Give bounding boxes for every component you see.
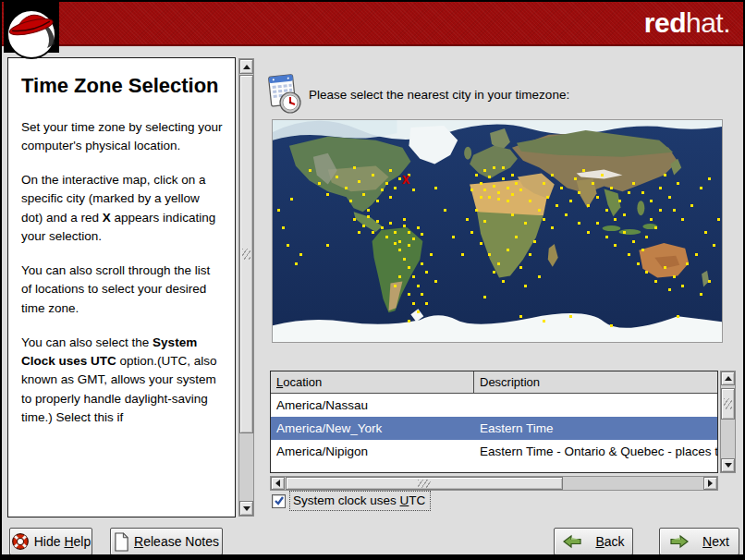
city-dot[interactable] bbox=[556, 204, 558, 207]
city-dot[interactable] bbox=[614, 244, 617, 247]
scroll-right-button[interactable] bbox=[703, 477, 717, 490]
city-dot[interactable] bbox=[475, 174, 478, 177]
city-dot[interactable] bbox=[417, 310, 420, 313]
city-dot[interactable] bbox=[488, 196, 491, 199]
city-dot[interactable] bbox=[502, 177, 505, 180]
city-dot[interactable] bbox=[524, 222, 527, 225]
city-dot[interactable] bbox=[681, 285, 684, 287]
cell-location[interactable]: America/Nipigon bbox=[271, 440, 474, 463]
city-dot[interactable] bbox=[668, 288, 671, 291]
hide-help-button[interactable]: Hide Help bbox=[9, 528, 92, 555]
help-scrollbar[interactable] bbox=[238, 58, 254, 517]
city-dot[interactable] bbox=[654, 226, 657, 229]
table-row[interactable]: America/New_YorkEastern Time bbox=[271, 417, 717, 440]
city-dot[interactable] bbox=[610, 324, 613, 327]
city-dot[interactable] bbox=[596, 196, 599, 199]
cell-location[interactable]: America/New_York bbox=[271, 417, 474, 440]
back-button[interactable]: Back bbox=[554, 528, 633, 555]
city-dot[interactable] bbox=[605, 236, 608, 238]
city-dot[interactable] bbox=[403, 225, 406, 227]
city-dot[interactable] bbox=[587, 204, 590, 207]
city-dot[interactable] bbox=[502, 280, 505, 283]
city-dot[interactable] bbox=[664, 174, 666, 177]
column-header-location[interactable]: Location bbox=[271, 371, 474, 393]
city-dot[interactable] bbox=[519, 266, 522, 269]
city-dot[interactable] bbox=[546, 196, 549, 199]
city-dot[interactable] bbox=[551, 226, 554, 229]
city-dot[interactable] bbox=[403, 218, 406, 221]
city-dot[interactable] bbox=[488, 176, 491, 178]
city-dot[interactable] bbox=[645, 271, 648, 274]
city-dot[interactable] bbox=[417, 285, 420, 287]
city-dot[interactable] bbox=[708, 280, 711, 283]
city-dot[interactable] bbox=[372, 174, 374, 177]
city-dot[interactable] bbox=[389, 222, 392, 225]
city-dot[interactable] bbox=[519, 189, 522, 191]
city-dot[interactable] bbox=[475, 209, 478, 212]
city-dot[interactable] bbox=[398, 240, 401, 243]
city-dot[interactable] bbox=[381, 189, 384, 191]
city-dot[interactable] bbox=[610, 187, 613, 189]
cell-description[interactable]: Eastern Time - Ontario & Quebec - places… bbox=[474, 440, 717, 463]
city-dot[interactable] bbox=[290, 198, 293, 201]
city-dot[interactable] bbox=[632, 182, 635, 185]
city-dot[interactable] bbox=[708, 177, 711, 180]
city-dot[interactable] bbox=[389, 169, 392, 172]
city-dot[interactable] bbox=[408, 266, 410, 269]
scroll-up-button[interactable] bbox=[721, 371, 735, 385]
city-dot[interactable] bbox=[511, 213, 514, 216]
utc-checkbox-label[interactable]: System clock uses UTC bbox=[289, 491, 431, 511]
city-dot[interactable] bbox=[381, 226, 384, 229]
city-dot[interactable] bbox=[659, 187, 662, 189]
city-dot[interactable] bbox=[628, 191, 630, 194]
city-dot[interactable] bbox=[524, 285, 527, 287]
city-dot[interactable] bbox=[483, 189, 486, 191]
city-dot[interactable] bbox=[376, 200, 379, 202]
city-dot[interactable] bbox=[461, 253, 464, 256]
city-dot[interactable] bbox=[408, 231, 410, 234]
city-dot[interactable] bbox=[394, 187, 397, 189]
city-dot[interactable] bbox=[417, 226, 420, 229]
table-vertical-scrollbar[interactable] bbox=[720, 371, 736, 473]
city-dot[interactable] bbox=[493, 271, 495, 274]
city-dot[interactable] bbox=[372, 231, 374, 234]
city-dot[interactable] bbox=[412, 302, 415, 305]
city-dot[interactable] bbox=[543, 182, 545, 185]
city-dot[interactable] bbox=[353, 218, 356, 221]
city-dot[interactable] bbox=[529, 200, 531, 202]
city-dot[interactable] bbox=[398, 177, 401, 180]
city-dot[interactable] bbox=[326, 193, 329, 196]
release-notes-button[interactable]: Release Notes bbox=[110, 528, 223, 555]
scroll-up-button[interactable] bbox=[239, 59, 253, 74]
city-dot[interactable] bbox=[673, 275, 676, 278]
cell-location[interactable]: America/Nassau bbox=[271, 394, 474, 417]
city-dot[interactable] bbox=[511, 174, 514, 177]
city-dot[interactable] bbox=[367, 215, 370, 218]
city-dot[interactable] bbox=[318, 182, 321, 185]
city-dot[interactable] bbox=[529, 253, 531, 256]
city-dot[interactable] bbox=[408, 244, 410, 247]
city-dot[interactable] bbox=[596, 222, 599, 225]
city-dot[interactable] bbox=[618, 200, 621, 202]
city-dot[interactable] bbox=[632, 240, 635, 243]
scrollbar-thumb[interactable] bbox=[239, 75, 253, 433]
city-dot[interactable] bbox=[668, 196, 671, 199]
city-dot[interactable] bbox=[569, 315, 572, 318]
city-dot[interactable] bbox=[637, 262, 640, 265]
city-dot[interactable] bbox=[538, 209, 541, 212]
city-dot[interactable] bbox=[614, 218, 617, 221]
city-dot[interactable] bbox=[349, 200, 352, 202]
city-dot[interactable] bbox=[641, 249, 644, 251]
scrollbar-thumb[interactable] bbox=[286, 477, 563, 490]
city-dot[interactable] bbox=[394, 242, 397, 245]
city-dot[interactable] bbox=[686, 262, 689, 265]
city-dot[interactable] bbox=[277, 209, 280, 212]
city-dot[interactable] bbox=[444, 209, 446, 212]
scrollbar-thumb[interactable] bbox=[721, 388, 735, 420]
city-dot[interactable] bbox=[592, 182, 594, 185]
city-dot[interactable] bbox=[385, 236, 388, 238]
city-dot[interactable] bbox=[403, 258, 406, 261]
city-dot[interactable] bbox=[497, 191, 500, 194]
city-dot[interactable] bbox=[690, 204, 693, 207]
city-dot[interactable] bbox=[717, 218, 720, 221]
